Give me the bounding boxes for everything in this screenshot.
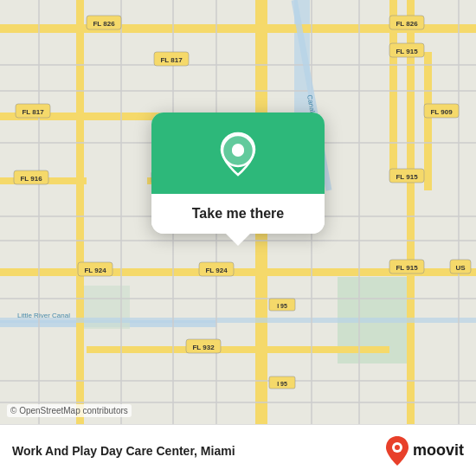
place-info: Work And Play Day Care Center, Miami [12,444,235,458]
svg-rect-14 [407,0,415,424]
svg-text:US: US [455,264,466,272]
popup-card: Take me there [151,113,325,234]
place-name: Work And Play Day Care Center, Miami [12,444,235,458]
svg-text:FL 817: FL 817 [160,56,183,64]
svg-text:Little River Canal: Little River Canal [17,312,70,319]
svg-text:I 95: I 95 [277,381,287,387]
svg-rect-15 [424,52,432,190]
moovit-logo: moovit [385,435,464,466]
svg-text:I 95: I 95 [277,303,287,309]
map-container: FL 826 FL 826 FL 817 FL 817 FL 915 FL 91… [0,0,476,424]
svg-text:FL 915: FL 915 [396,264,418,272]
moovit-pin-icon [385,435,409,466]
moovit-brand-text: moovit [413,441,464,460]
svg-point-75 [395,445,400,450]
svg-text:FL 817: FL 817 [22,108,44,116]
svg-text:FL 915: FL 915 [396,48,418,55]
svg-text:FL 932: FL 932 [192,344,215,351]
location-pin-icon [219,132,257,178]
take-me-there-button[interactable]: Take me there [151,194,325,234]
svg-text:FL 924: FL 924 [84,267,106,274]
svg-text:FL 916: FL 916 [20,175,42,183]
svg-text:FL 915: FL 915 [396,173,418,181]
svg-text:FL 826: FL 826 [93,20,115,28]
popup-icon-area [151,113,325,194]
svg-text:FL 924: FL 924 [205,267,228,274]
svg-text:FL 826: FL 826 [396,20,418,28]
svg-rect-12 [76,0,84,424]
svg-point-73 [232,144,244,156]
svg-rect-10 [87,346,389,353]
map-attribution: © OpenStreetMap contributors [7,404,132,417]
svg-text:FL 909: FL 909 [430,108,453,116]
info-bar: Work And Play Day Care Center, Miami moo… [0,424,476,476]
